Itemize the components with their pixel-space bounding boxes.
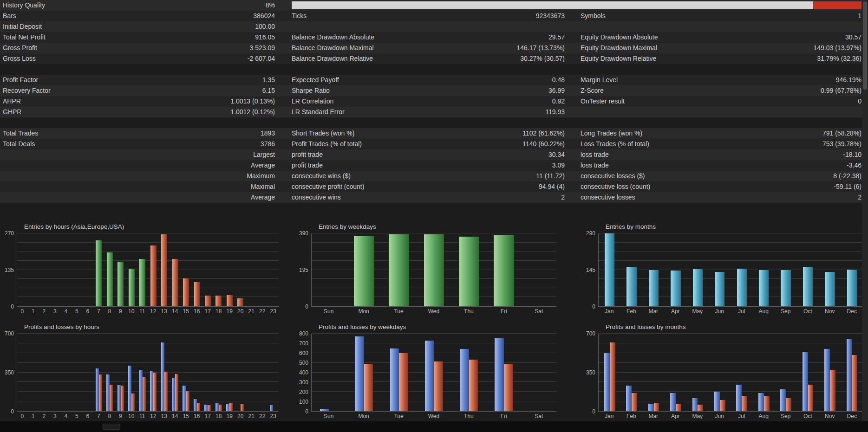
bar-group — [312, 233, 346, 306]
stat-value: 2 — [445, 192, 565, 203]
bar-entries-9 — [117, 262, 124, 306]
x-tick-label: Tue — [381, 413, 416, 419]
x-axis: SunMonTueWedThuFriSat — [311, 307, 556, 314]
y-tick-label: 0 — [305, 409, 308, 414]
bar-group — [93, 334, 104, 411]
plot-area — [17, 334, 279, 412]
stat-value: 1 — [734, 11, 861, 21]
bar-group — [50, 233, 60, 306]
y-tick-label: 135 — [5, 267, 14, 273]
report-row: Gross Loss-2 607.04Balance Drawdown Rela… — [0, 53, 862, 64]
bar-loss-Jul — [742, 396, 747, 411]
bar-group — [181, 233, 191, 306]
stat-value: 149.03 (13.97%) — [734, 43, 861, 53]
bar-group — [797, 334, 819, 411]
x-tick-label: Jun — [709, 309, 731, 314]
x-tick-label: 14 — [170, 309, 181, 314]
stat-value: -18.10 — [734, 149, 861, 160]
x-tick-label: 21 — [246, 413, 257, 419]
x-tick-label: Feb — [620, 309, 643, 314]
bar-group — [39, 233, 50, 306]
y-tick-label: 0 — [11, 304, 14, 309]
bar-profit-19 — [226, 404, 229, 412]
bar-group — [50, 334, 60, 411]
stat-value: -2 607.04 — [153, 53, 275, 64]
stat-label: Long Trades (won %) — [581, 128, 734, 139]
x-tick-label: Sun — [311, 413, 346, 419]
x-tick-label: 13 — [159, 413, 170, 419]
bar-loss-Apr — [676, 404, 681, 411]
bar-group — [159, 233, 170, 306]
bar-profit-14 — [172, 378, 175, 411]
bar-loss-20 — [241, 404, 244, 412]
x-tick-label: 7 — [93, 309, 104, 314]
stat-label: Expected Payoff — [292, 75, 445, 85]
y-tick-label: 800 — [299, 331, 308, 336]
bar-group — [709, 233, 731, 306]
y-tick-label: 350 — [5, 370, 14, 375]
bar-entries-17 — [205, 296, 211, 306]
bar-group — [775, 334, 796, 411]
stat-label: Gross Loss — [0, 53, 153, 64]
stat-value: 791 (58.28%) — [734, 128, 861, 139]
bar-loss-13 — [164, 372, 168, 411]
stat-label: AHPR — [0, 96, 153, 107]
bar-entries-Wed — [424, 234, 444, 306]
report-row: Initial Deposit100.00 — [0, 21, 862, 32]
x-tick-label: Mar — [642, 309, 665, 314]
x-tick-label: Jun — [709, 413, 731, 419]
bar-group — [115, 334, 126, 411]
bar-group — [731, 334, 753, 411]
report-row: GHPR1.0012 (0.12%)LR Standard Error119.9… — [0, 107, 862, 117]
bar-entries-Aug — [759, 270, 769, 306]
bar-group — [104, 233, 115, 306]
bar-group — [643, 334, 665, 411]
y-tick-label: 390 — [299, 231, 308, 236]
bar-profit-May — [692, 398, 698, 411]
bar-group — [486, 334, 521, 411]
bar-loss-10 — [131, 393, 135, 411]
bar-profit-Sep — [780, 389, 786, 411]
stat-label: Margin Level — [581, 75, 734, 85]
bar-group — [841, 334, 863, 411]
bottom-tab-stub[interactable] — [103, 424, 120, 430]
stat-value: Largest — [153, 149, 275, 160]
stat-value: Average — [153, 192, 275, 203]
chart-title: Entries by hours (Asia,Europe,USA) — [24, 223, 279, 230]
bar-group — [687, 233, 709, 306]
y-tick-label: 500 — [299, 360, 308, 366]
y-tick-label: 100 — [299, 399, 308, 405]
report-table: History Quality8%Bars386024Ticks92343673… — [0, 0, 862, 203]
x-tick-label: 8 — [104, 309, 115, 314]
stat-value: 1.35 — [153, 75, 275, 85]
x-tick-label: Mon — [346, 309, 381, 314]
stat-value: -59.11 (6) — [734, 181, 861, 192]
x-tick-label: 3 — [50, 413, 61, 419]
bar-profit-Mar — [648, 404, 654, 411]
bar-group — [148, 233, 158, 306]
stat-value: 916.05 — [153, 32, 275, 43]
bar-group — [522, 233, 556, 306]
stat-value: 30.34 — [445, 149, 565, 160]
x-tick-label: Tue — [381, 309, 416, 314]
bar-profit-9 — [117, 385, 121, 411]
stat-value: 119.93 — [445, 107, 565, 117]
scrollbar-thumb[interactable] — [863, 1, 867, 90]
bar-loss-Dec — [852, 355, 857, 411]
bar-group — [61, 334, 72, 411]
bar-profit-Jun — [714, 392, 720, 411]
x-tick-label: 12 — [148, 309, 159, 314]
bar-group — [17, 233, 28, 306]
x-tick-label: 20 — [235, 413, 246, 419]
bar-loss-Jan — [610, 342, 615, 411]
stat-value: 30.27% (30.57) — [445, 53, 565, 64]
bar-profit-Wed — [425, 341, 434, 411]
y-tick-label: 300 — [299, 380, 308, 385]
y-axis: 0100200300400500600700800 — [297, 334, 311, 412]
x-tick-label: 19 — [224, 309, 235, 314]
x-tick-label: 15 — [181, 413, 192, 419]
stat-value: 0.92 — [445, 96, 565, 107]
x-tick-label: 1 — [28, 413, 39, 419]
stat-value: 753 (39.78%) — [734, 139, 861, 149]
y-tick-label: 700 — [586, 331, 595, 336]
